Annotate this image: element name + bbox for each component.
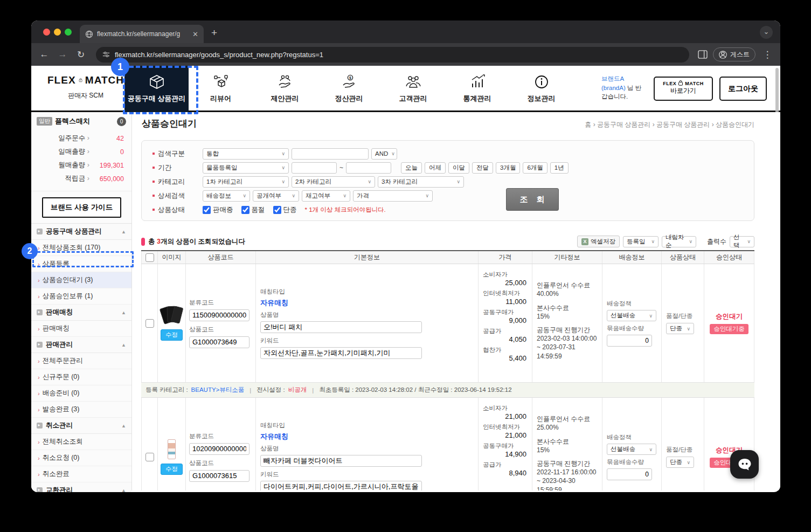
sort-field-select[interactable]: 등록일 bbox=[623, 236, 658, 247]
class-code-input[interactable] bbox=[189, 443, 249, 455]
menu-item-all-cancels[interactable]: 전체취소조회 bbox=[31, 434, 131, 450]
period-6month-button[interactable]: 6개월 bbox=[523, 162, 547, 174]
class-code-input[interactable] bbox=[189, 309, 249, 321]
product-image[interactable] bbox=[161, 306, 183, 325]
nav-item-settlement-management[interactable]: $ 정산관리 bbox=[317, 66, 381, 112]
back-button[interactable]: ← bbox=[38, 49, 51, 60]
menu-section-sales-matching[interactable]: 판매매칭▲ bbox=[31, 305, 131, 321]
period-lastmonth-button[interactable]: 전달 bbox=[472, 162, 493, 174]
period-end-input[interactable] bbox=[346, 162, 391, 174]
period-start-input[interactable] bbox=[292, 162, 337, 174]
browser-tab[interactable]: flexmatch.kr/sellermanager/g ✕ bbox=[80, 25, 204, 43]
menu-item-shipping-complete[interactable]: 발송완료 (3) bbox=[31, 402, 131, 418]
category2-select[interactable]: 2차 카테고리 bbox=[292, 176, 375, 188]
bool-operator-select[interactable]: AND bbox=[371, 148, 397, 160]
menu-item-approval-hold[interactable]: 상품승인보류 (1) bbox=[31, 288, 131, 305]
new-tab-button[interactable]: + bbox=[211, 27, 217, 39]
sort-order-select[interactable]: 내림차순 bbox=[662, 236, 696, 247]
status-onsale-checkbox[interactable]: 판매중 bbox=[203, 205, 233, 215]
edit-button[interactable]: 수정 bbox=[161, 329, 183, 341]
menu-item-new-orders[interactable]: 신규주문 (0) bbox=[31, 369, 131, 385]
zoom-window-button[interactable] bbox=[65, 29, 72, 36]
tab-search-chevron-icon[interactable]: ⌄ bbox=[760, 26, 773, 39]
approval-status-text[interactable]: 승인대기 bbox=[716, 312, 743, 321]
menu-item-approval-pending[interactable]: 상품승인대기 (3) bbox=[31, 272, 131, 288]
menu-item-shipping-prep[interactable]: 배송준비 (0) bbox=[31, 385, 131, 402]
approval-status-badge[interactable]: 승인대기중 bbox=[710, 324, 748, 334]
menu-item-sales-matching[interactable]: 판매매칭 bbox=[31, 321, 131, 337]
period-yesterday-button[interactable]: 어제 bbox=[425, 162, 446, 174]
menu-item-cancel-complete[interactable]: 취소완료 bbox=[31, 466, 131, 482]
tab-close-icon[interactable]: ✕ bbox=[192, 30, 198, 38]
stat-monthly-sales[interactable]: 월매출량199,301 bbox=[39, 158, 124, 172]
excel-save-button[interactable]: X엑셀저장 bbox=[577, 236, 620, 247]
address-bar[interactable]: flexmatch.kr/sellermanager/goods_s/produ… bbox=[96, 47, 689, 63]
matching-type-value[interactable]: 자유매칭 bbox=[260, 298, 288, 308]
menu-section-cancel-management[interactable]: 취소관리▲ bbox=[31, 418, 131, 434]
flexmatch-shortcut-button[interactable]: FLEX MATCH 바로가기 bbox=[654, 77, 713, 101]
period-today-button[interactable]: 오늘 bbox=[401, 162, 422, 174]
shipping-filter-select[interactable]: 배송정보 bbox=[203, 190, 250, 202]
nav-item-statistics-management[interactable]: 통계관리 bbox=[445, 66, 509, 112]
category3-select[interactable]: 3차 카테고리 bbox=[378, 176, 464, 188]
menu-item-cancel-requests[interactable]: 취소요청 (0) bbox=[31, 450, 131, 466]
product-name-input[interactable] bbox=[260, 321, 422, 333]
minimize-window-button[interactable] bbox=[54, 29, 61, 36]
profile-chip[interactable]: 게스트 bbox=[713, 47, 755, 61]
select-all-checkbox[interactable] bbox=[145, 253, 154, 262]
menu-item-product-register[interactable]: 상품등록 bbox=[31, 256, 131, 272]
stat-daily-sales[interactable]: 일매출량0 bbox=[39, 145, 124, 158]
menu-item-all-orders[interactable]: 전체주문관리 bbox=[31, 353, 131, 369]
keywords-input[interactable] bbox=[260, 347, 422, 359]
logout-button[interactable]: 로그아웃 bbox=[719, 77, 767, 101]
product-image[interactable] bbox=[168, 439, 176, 459]
category1-select[interactable]: 1차 카테고리 bbox=[203, 176, 289, 188]
product-name-input[interactable] bbox=[260, 455, 422, 467]
nav-item-customer-management[interactable]: 고객관리 bbox=[381, 66, 445, 112]
price-filter-select[interactable]: 가격 bbox=[353, 190, 433, 202]
nav-item-info-management[interactable]: 정보관리 bbox=[509, 66, 573, 112]
reload-button[interactable]: ↻ bbox=[74, 49, 87, 60]
flexmatch-logo[interactable]: FLEX MATCH 판매자 SCM bbox=[47, 73, 124, 100]
menu-dots-icon[interactable]: ⋮ bbox=[761, 49, 774, 60]
period-thismonth-button[interactable]: 이달 bbox=[448, 162, 469, 174]
stat-weekly-orders[interactable]: 일주문수42 bbox=[39, 132, 124, 145]
soldout-state-select[interactable]: 단종 bbox=[666, 323, 694, 334]
keywords-input[interactable] bbox=[260, 481, 422, 491]
edit-button[interactable]: 수정 bbox=[161, 464, 183, 475]
stat-points[interactable]: 적립금650,000 bbox=[39, 172, 124, 185]
period-type-select[interactable]: 물품등록일 bbox=[203, 162, 289, 174]
menu-section-exchange-management[interactable]: 교환관리▲ bbox=[31, 482, 131, 492]
brand-guide-button[interactable]: 브랜드 사용 가이드 bbox=[42, 197, 121, 218]
menu-section-group-product[interactable]: 공동구매 상품관리▲ bbox=[31, 224, 131, 240]
ship-policy-select[interactable]: 선불배송 bbox=[607, 444, 656, 455]
product-code-input[interactable] bbox=[189, 470, 249, 482]
row-checkbox[interactable] bbox=[145, 453, 154, 461]
status-discontinued-checkbox[interactable]: 단종 bbox=[273, 205, 297, 215]
chat-widget-button[interactable] bbox=[730, 450, 759, 479]
soldout-state-select[interactable]: 단종 bbox=[666, 457, 694, 468]
bundle-qty-input[interactable] bbox=[607, 335, 652, 347]
search-type-select[interactable]: 통합 bbox=[203, 148, 289, 160]
nav-item-group-product-management[interactable]: 공동구매 상품관리 bbox=[124, 66, 189, 112]
close-window-button[interactable] bbox=[43, 29, 50, 36]
stock-filter-select[interactable]: 재고여부 bbox=[302, 190, 350, 202]
period-1year-button[interactable]: 1년 bbox=[550, 162, 569, 174]
registered-category-link[interactable]: BEAUTY>뷰티소품 bbox=[191, 386, 245, 394]
output-count-select[interactable]: 선택 bbox=[730, 236, 754, 247]
menu-section-sales-management[interactable]: 판매관리▲ bbox=[31, 337, 131, 353]
visibility-filter-select[interactable]: 공개여부 bbox=[253, 190, 299, 202]
period-3month-button[interactable]: 3개월 bbox=[496, 162, 520, 174]
side-panel-icon[interactable] bbox=[698, 50, 708, 59]
status-soldout-checkbox[interactable]: 품절 bbox=[241, 205, 265, 215]
search-keyword-input[interactable] bbox=[292, 148, 369, 160]
matching-type-value[interactable]: 자유매칭 bbox=[260, 432, 288, 441]
nav-item-proposal-management[interactable]: 제안관리 bbox=[253, 66, 317, 112]
forward-button[interactable]: → bbox=[56, 49, 69, 60]
ship-policy-select[interactable]: 선불배송 bbox=[607, 310, 656, 321]
menu-item-all-products[interactable]: 전체상품조회 (170) bbox=[31, 240, 131, 256]
search-submit-button[interactable]: 조 회 bbox=[506, 188, 559, 211]
nav-item-reviewer[interactable]: 리뷰어 bbox=[189, 66, 253, 112]
product-code-input[interactable] bbox=[189, 336, 249, 348]
bundle-qty-input[interactable] bbox=[607, 468, 652, 480]
